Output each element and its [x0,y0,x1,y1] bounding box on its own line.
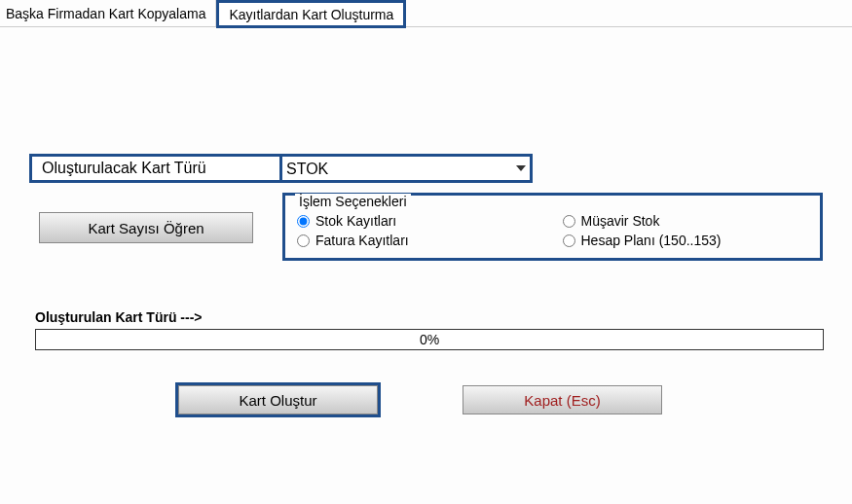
create-card-button[interactable]: Kart Oluştur [178,385,378,414]
radio-stock-records-label: Stok Kayıtları [315,213,396,229]
process-options-group: İşlem Seçenekleri Stok Kayıtları Müşavir… [282,193,823,261]
radio-invoice-records[interactable]: Fatura Kayıtları [297,233,543,248]
radio-advisor-stock-label: Müşavir Stok [581,213,660,229]
created-card-type-label: Oluşturulan Kart Türü ---> [35,309,203,325]
card-type-select-wrap: STOK [279,154,533,183]
card-type-label: Oluşturulacak Kart Türü [29,154,282,183]
progress-bar: 0% [35,329,824,350]
create-card-button-highlight: Kart Oluştur [175,382,381,417]
tab-content: Oluşturulacak Kart Türü STOK Kart Sayısı… [0,27,852,47]
radio-stock-records[interactable]: Stok Kayıtları [297,213,543,229]
card-type-select[interactable]: STOK [282,157,530,180]
radio-invoice-records-input[interactable] [297,234,310,247]
radio-invoice-records-label: Fatura Kayıtları [315,233,409,248]
close-button[interactable]: Kapat (Esc) [463,385,662,414]
card-type-row: Oluşturulacak Kart Türü STOK [29,154,533,183]
radio-account-plan-label: Hesap Planı (150..153) [581,233,722,248]
radio-advisor-stock[interactable]: Müşavir Stok [563,213,809,229]
radio-advisor-stock-input[interactable] [563,215,575,228]
radio-account-plan-input[interactable] [563,234,575,247]
tab-bar: Başka Firmadan Kart Kopyalama Kayıtlarda… [0,0,852,27]
radio-account-plan[interactable]: Hesap Planı (150..153) [563,233,809,248]
radio-stock-records-input[interactable] [297,215,310,228]
learn-card-count-button[interactable]: Kart Sayısı Öğren [39,212,253,243]
tab-create-from-records[interactable]: Kayıtlardan Kart Oluşturma [216,0,406,28]
process-options-radios: Stok Kayıtları Müşavir Stok Fatura Kayıt… [297,213,808,248]
tab-copy-from-firm[interactable]: Başka Firmadan Kart Kopyalama [0,0,216,26]
process-options-title: İşlem Seçenekleri [295,194,411,209]
